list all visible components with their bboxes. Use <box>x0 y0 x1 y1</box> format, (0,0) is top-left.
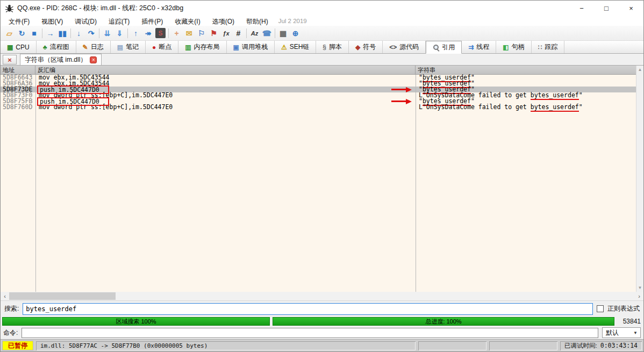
tab-label: 日志 <box>91 42 104 52</box>
label-icon[interactable]: ⚐ <box>195 27 207 39</box>
open-file-icon[interactable]: ▱ <box>3 27 16 39</box>
column-header-string[interactable]: 字符串 <box>416 66 643 74</box>
regex-checkbox[interactable] <box>597 305 604 312</box>
scroll-down-icon[interactable]: ▼ <box>638 285 642 290</box>
tab-bar: ▦CPU♣流程图✎日志▤笔记●断点▥内存布局▣调用堆栈⚠SEH链§脚本◆符号<>… <box>1 41 643 54</box>
pause-icon[interactable]: ▮▮ <box>56 27 69 39</box>
maximize-button[interactable]: □ <box>594 1 619 16</box>
hash-icon[interactable]: # <box>232 27 245 39</box>
tab-label: CPU <box>16 44 29 51</box>
profile-dropdown[interactable]: 默认 ▼ <box>602 327 641 338</box>
match-highlight: bytes_userdef <box>531 103 579 112</box>
menu-plugins[interactable]: 插件(P) <box>135 18 169 25</box>
stop-icon[interactable]: ■ <box>28 27 40 39</box>
tab-label: 句柄 <box>512 42 525 52</box>
run-to-user-code-icon[interactable]: ↠ <box>142 27 154 39</box>
source-mode-icon[interactable]: S <box>155 28 166 38</box>
references-icon <box>433 44 439 51</box>
subtab-strings[interactable]: 字符串（区域 im.dll） × <box>20 54 102 65</box>
search-label: 搜索: <box>4 304 19 313</box>
vertical-scrollbar[interactable]: ▲ ▼ <box>636 66 643 292</box>
column-divider <box>416 75 416 292</box>
step-over-icon[interactable]: ↷ <box>85 27 97 39</box>
breakpoints-icon: ● <box>152 44 156 51</box>
progress-row: 区域搜索 100% 总进度: 100% 53841 <box>1 317 643 326</box>
menu-file[interactable]: 文件(F) <box>3 18 35 25</box>
command-input[interactable] <box>22 328 598 338</box>
tab-handles[interactable]: ◧句柄 <box>496 41 531 53</box>
run-icon[interactable]: → <box>44 27 56 39</box>
toolbar-separator <box>275 28 275 38</box>
menu-help[interactable]: 帮助(H) <box>240 18 274 25</box>
source-icon: <> <box>389 44 397 51</box>
horizontal-scrollbar[interactable]: ‹ › <box>1 292 643 300</box>
tab-call-stack[interactable]: ▣调用堆栈 <box>227 41 275 53</box>
menu-bar: 文件(F)视图(V)调试(D)追踪(T)插件(P)收藏夹(I)选项(O)帮助(H… <box>1 16 643 26</box>
comment-icon[interactable]: ✉ <box>183 27 195 39</box>
step-into-icon[interactable]: ↓ <box>73 27 85 39</box>
build-date: Jul 2 2019 <box>274 18 307 24</box>
threads-icon: ⇉ <box>468 44 474 51</box>
tab-threads[interactable]: ⇉线程 <box>462 41 496 53</box>
globe-icon[interactable]: ⊕ <box>289 27 302 39</box>
status-bar: 已暂停 im.dll: 5D8F77AC -> 5D8F77B0 (0x0000… <box>1 339 643 351</box>
step-out-icon[interactable]: ↑ <box>130 27 142 39</box>
search-input[interactable] <box>23 303 593 315</box>
tab-source[interactable]: <>源代码 <box>383 41 426 53</box>
references-table: 地址 反汇编 字符串 5D8F6643mov ebx,im.5DC43544"b… <box>1 66 643 292</box>
scroll-up-icon[interactable]: ▲ <box>638 67 642 72</box>
attach-icon[interactable]: ☎ <box>261 27 273 39</box>
patch-icon[interactable]: + <box>170 27 183 39</box>
script-icon: § <box>323 44 326 51</box>
red-arrow-annotation <box>391 87 412 92</box>
tab-graph[interactable]: ♣流程图 <box>37 41 76 53</box>
menu-trace[interactable]: 追踪(T) <box>103 18 135 25</box>
tab-label: 跟踪 <box>545 42 557 52</box>
scroll-left-icon[interactable]: ‹ <box>1 293 9 299</box>
tab-label: 笔记 <box>126 42 139 52</box>
subtab-bar: × 字符串（区域 im.dll） × <box>1 54 643 66</box>
column-header-disasm[interactable]: 反汇编 <box>35 66 416 74</box>
tab-cpu[interactable]: ▦CPU <box>1 41 37 53</box>
tab-log[interactable]: ✎日志 <box>76 41 111 53</box>
close-all-tabs-button[interactable]: × <box>3 55 17 64</box>
subtab-close-icon[interactable]: × <box>90 56 97 63</box>
trace-over-icon[interactable]: ⇓ <box>113 27 126 39</box>
notes-icon: ▤ <box>117 44 123 51</box>
trace-into-icon[interactable]: ⇊ <box>101 27 113 39</box>
menu-view[interactable]: 视图(V) <box>35 18 69 25</box>
close-button[interactable]: × <box>619 1 643 16</box>
subtab-label: 字符串（区域 im.dll） <box>25 55 87 64</box>
memory-map-icon: ▥ <box>185 44 191 51</box>
minimize-button[interactable]: − <box>569 1 594 16</box>
scroll-right-icon[interactable]: › <box>635 293 643 299</box>
tab-notes[interactable]: ▤笔记 <box>111 41 146 53</box>
scrollbar-thumb[interactable] <box>9 292 116 300</box>
result-count: 53841 <box>617 318 642 325</box>
symbols-icon: ◆ <box>355 44 360 51</box>
tab-breakpoints[interactable]: ●断点 <box>146 41 178 53</box>
restart-icon[interactable]: ↻ <box>16 27 28 39</box>
string-search-icon[interactable]: Az <box>248 27 261 39</box>
menu-favourites[interactable]: 收藏夹(I) <box>169 18 206 25</box>
red-box-annotation: push im.5DC447D0 <box>37 85 109 94</box>
title-bar: QQ.exe - PID: 268C - 模块: im.dll - 线程: 25… <box>1 1 643 16</box>
tab-script[interactable]: §脚本 <box>316 41 349 53</box>
red-arrow-annotation <box>391 99 412 104</box>
tab-label: 符号 <box>363 42 376 52</box>
tab-symbols[interactable]: ◆符号 <box>349 41 383 53</box>
tab-memory-map[interactable]: ▥内存布局 <box>178 41 226 53</box>
bookmark-icon[interactable]: ⚑ <box>207 27 220 39</box>
calculator-icon[interactable]: ▦ <box>277 27 289 39</box>
function-icon[interactable]: ƒx <box>220 27 232 39</box>
column-header-address[interactable]: 地址 <box>1 66 35 74</box>
command-row: 命令: 默认 ▼ <box>1 326 643 339</box>
tab-references[interactable]: 引用 <box>426 41 462 54</box>
menu-debug[interactable]: 调试(D) <box>69 18 103 25</box>
tab-trace-tab[interactable]: ∷跟踪 <box>532 41 565 53</box>
menu-options[interactable]: 选项(O) <box>206 18 240 25</box>
menu-items: 文件(F)视图(V)调试(D)追踪(T)插件(P)收藏夹(I)选项(O)帮助(H… <box>3 16 274 26</box>
tab-seh[interactable]: ⚠SEH链 <box>275 41 316 53</box>
toolbar-separator <box>168 28 169 38</box>
address-cell: 5D8F760D <box>1 104 35 110</box>
